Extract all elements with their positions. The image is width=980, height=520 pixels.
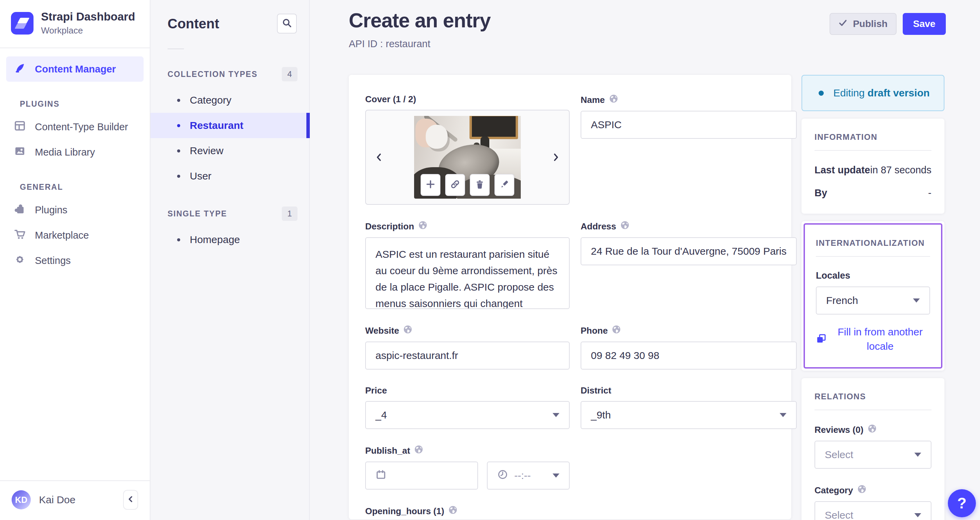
sidebar-section-plugins: PLUGINS xyxy=(20,100,144,109)
collection-type-user[interactable]: User xyxy=(150,164,309,189)
reviews-select[interactable]: Select xyxy=(815,440,931,469)
chevron-down-icon xyxy=(552,413,559,417)
chevron-down-icon xyxy=(914,513,921,517)
search-button[interactable] xyxy=(277,14,297,33)
description-label: Description xyxy=(365,221,414,232)
layout-icon xyxy=(14,120,26,134)
divider xyxy=(815,410,931,410)
collection-type-restaurant[interactable]: Restaurant xyxy=(150,113,309,138)
globe-icon xyxy=(414,445,423,456)
avatar[interactable]: KD xyxy=(12,490,31,509)
relations-card: RELATIONS Reviews (0) Select Category xyxy=(802,378,945,520)
name-label: Name xyxy=(581,95,605,105)
reviews-label: Reviews (0) xyxy=(815,425,864,435)
sidebar-item-label: Marketplace xyxy=(35,230,89,241)
pencil-icon xyxy=(500,180,509,191)
locales-select[interactable]: French xyxy=(816,286,930,315)
category-select[interactable]: Select xyxy=(815,501,931,520)
website-label: Website xyxy=(365,326,399,336)
fill-from-locale-link[interactable]: Fill in from another locale xyxy=(816,325,930,353)
edit-asset-button[interactable] xyxy=(495,174,514,196)
calendar-icon xyxy=(375,469,387,482)
bullet-icon xyxy=(177,124,180,127)
collection-type-category[interactable]: Category xyxy=(150,87,309,113)
collapse-sidebar-button[interactable] xyxy=(123,490,138,510)
app-sidebar: Strapi Dashboard Workplace Content Manag… xyxy=(0,0,150,520)
description-input[interactable]: ASPIC est un restaurant parisien situé a… xyxy=(365,237,570,309)
price-value: _4 xyxy=(375,409,552,421)
globe-icon xyxy=(857,485,867,496)
chevron-down-icon xyxy=(780,413,786,417)
globe-icon xyxy=(867,424,877,436)
app-title: Strapi Dashboard xyxy=(41,10,135,23)
by-label: By xyxy=(815,188,827,199)
price-field: Price _4 xyxy=(365,385,570,429)
collection-types-header: COLLECTION TYPES xyxy=(167,70,258,79)
feather-pen-icon xyxy=(14,62,26,76)
globe-icon xyxy=(609,94,618,106)
single-type-label: Homepage xyxy=(190,234,240,245)
sidebar-item-settings[interactable]: Settings xyxy=(6,248,144,273)
category-placeholder: Select xyxy=(825,509,914,520)
address-label: Address xyxy=(581,221,616,232)
workspace-header[interactable]: Strapi Dashboard Workplace xyxy=(0,0,150,48)
divider xyxy=(816,256,930,257)
copy-link-button[interactable] xyxy=(445,174,465,196)
carousel-prev-button[interactable] xyxy=(367,110,391,204)
help-button[interactable]: ? xyxy=(948,489,976,517)
publish-time-select[interactable]: --:-- xyxy=(487,461,570,490)
add-asset-button[interactable] xyxy=(421,174,441,196)
globe-icon xyxy=(620,221,630,232)
globe-icon xyxy=(612,325,621,336)
sidebar-item-marketplace[interactable]: Marketplace xyxy=(6,223,144,248)
relations-header: RELATIONS xyxy=(815,392,931,401)
check-icon xyxy=(838,19,847,30)
page-title: Create an entry xyxy=(349,9,491,32)
main-content: Create an entry API ID : restaurant Publ… xyxy=(310,0,980,520)
globe-icon xyxy=(448,505,458,517)
locales-label: Locales xyxy=(816,270,930,281)
sidebar-section-general: GENERAL xyxy=(20,183,144,192)
collection-type-review[interactable]: Review xyxy=(150,138,309,164)
website-field: Website aspic-restaurant.fr xyxy=(365,325,570,370)
globe-icon xyxy=(418,221,428,232)
delete-asset-button[interactable] xyxy=(470,174,490,196)
phone-input[interactable]: 09 82 49 30 98 xyxy=(581,342,797,370)
chevron-down-icon xyxy=(913,299,920,302)
internationalization-header: INTERNATIONALIZATION xyxy=(816,238,930,248)
sidebar-item-media-library[interactable]: Media Library xyxy=(6,140,144,165)
save-button[interactable]: Save xyxy=(903,13,946,35)
single-type-homepage[interactable]: Homepage xyxy=(150,227,309,252)
sidebar-item-content-type-builder[interactable]: Content-Type Builder xyxy=(6,114,144,140)
trash-icon xyxy=(475,180,485,191)
clock-icon xyxy=(497,469,508,482)
collection-type-label: Restaurant xyxy=(190,120,243,131)
price-label: Price xyxy=(365,385,387,396)
sidebar-item-plugins[interactable]: Plugins xyxy=(6,197,144,223)
publish-at-field: Publish_at --:-- xyxy=(365,445,570,490)
api-id-subtitle: API ID : restaurant xyxy=(349,38,491,49)
publish-button[interactable]: Publish xyxy=(830,13,897,35)
publish-date-input[interactable] xyxy=(365,461,478,490)
copy-icon xyxy=(816,333,827,345)
cover-label: Cover (1 / 2) xyxy=(365,94,416,105)
website-input[interactable]: aspic-restaurant.fr xyxy=(365,342,570,370)
price-select[interactable]: _4 xyxy=(365,401,570,429)
bullet-icon xyxy=(177,238,180,242)
category-label: Category xyxy=(815,485,853,496)
information-card: INFORMATION Last update in 87 seconds By… xyxy=(802,119,945,214)
name-input[interactable]: ASPIC xyxy=(581,111,797,139)
collection-types-count-badge: 4 xyxy=(282,67,298,81)
district-select[interactable]: _9th xyxy=(581,401,797,429)
puzzle-icon xyxy=(14,203,26,218)
reviews-field: Reviews (0) Select xyxy=(815,424,931,469)
draft-status-bold: draft version xyxy=(867,87,930,99)
link-icon xyxy=(450,180,460,191)
by-value: - xyxy=(928,188,931,199)
bullet-icon xyxy=(177,149,180,153)
address-input[interactable]: 24 Rue de la Tour d'Auvergne, 75009 Pari… xyxy=(581,237,797,265)
carousel-next-button[interactable] xyxy=(544,110,568,204)
sidebar-item-content-manager[interactable]: Content Manager xyxy=(6,56,144,82)
last-update-value: in 87 seconds xyxy=(870,164,931,176)
sidebar-item-label: Settings xyxy=(35,255,71,266)
